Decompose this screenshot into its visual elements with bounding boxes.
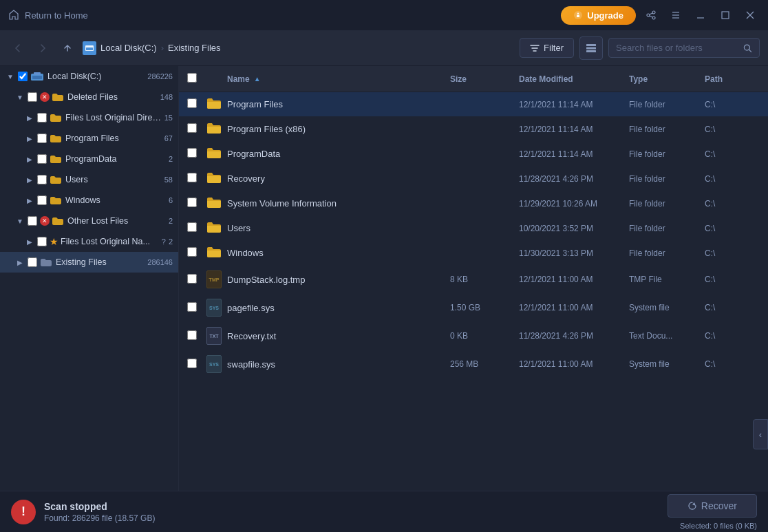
sidebar-item-users[interactable]: ▶ Users 58 (0, 169, 178, 190)
share-button[interactable] (641, 6, 661, 25)
table-row[interactable]: TMP DumpStack.log.tmp 8 KB 12/1/2021 11:… (179, 266, 768, 294)
folder-icon (206, 97, 222, 109)
sidebar-item-program-files[interactable]: ▶ Program Files 67 (0, 128, 178, 149)
sidebar-label-existing-files: Existing Files (56, 257, 145, 267)
sidebar-label-files-lost-name: Files Lost Original Na... (61, 237, 160, 246)
title-bar-right: Upgrade (561, 6, 760, 25)
cell-type: File folder (629, 174, 705, 184)
collapse-panel-button[interactable]: ‹ (753, 419, 768, 449)
cell-path: C:\ (705, 199, 760, 209)
svg-rect-11 (722, 12, 729, 19)
table-row[interactable]: Recovery 11/28/2021 4:26 PM File folder … (179, 167, 768, 191)
row-checkbox[interactable] (187, 274, 197, 284)
sidebar-checkbox-windows[interactable] (37, 195, 47, 205)
svg-rect-23 (34, 72, 41, 75)
table-row[interactable]: SYS swapfile.sys 256 MB 12/1/2021 11:00 … (179, 350, 768, 379)
table-row[interactable]: Windows 11/30/2021 3:13 PM File folder C… (179, 241, 768, 266)
sidebar-item-existing-files[interactable]: ▶ Existing Files 286146 (0, 252, 178, 273)
sidebar-item-local-disk[interactable]: ▼ Local Disk(C:) 286226 (0, 66, 178, 87)
sys-file-icon: SYS (206, 355, 222, 373)
sidebar-checkbox-deleted-files[interactable] (28, 92, 37, 102)
upgrade-button[interactable]: Upgrade (561, 6, 636, 25)
sidebar-checkbox-existing-files[interactable] (28, 257, 37, 267)
forward-button[interactable] (33, 39, 52, 58)
filter-button[interactable]: Filter (520, 38, 574, 58)
cell-name: System Volume Information (227, 198, 450, 209)
expand-icon[interactable]: ▼ (15, 216, 25, 226)
back-button[interactable] (8, 39, 28, 58)
view-toggle-button[interactable] (579, 36, 603, 60)
breadcrumb-drive[interactable]: Local Disk(C:) (100, 43, 157, 53)
sidebar-count-local-disk: 286226 (147, 72, 173, 81)
col-header-name[interactable]: Name ▲ (227, 74, 450, 84)
expand-icon[interactable]: ▼ (6, 72, 15, 81)
expand-icon[interactable]: ▶ (25, 113, 34, 123)
cell-path: C:\ (705, 224, 760, 233)
up-button[interactable] (58, 39, 77, 58)
sidebar-checkbox-programdata[interactable] (37, 154, 47, 164)
search-input[interactable] (616, 43, 738, 53)
close-button[interactable] (740, 6, 760, 25)
search-box[interactable] (608, 38, 760, 58)
col-header-size[interactable]: Size (450, 74, 519, 84)
expand-icon[interactable]: ▶ (25, 237, 34, 246)
sidebar-item-files-lost-name[interactable]: ▶ ★ Files Lost Original Na... ? 2 (0, 231, 178, 252)
row-checkbox[interactable] (187, 173, 197, 182)
maximize-button[interactable] (716, 6, 735, 25)
help-icon: ? (162, 237, 166, 246)
sidebar-item-programdata[interactable]: ▶ ProgramData 2 (0, 149, 178, 169)
home-button[interactable]: Return to Home (8, 10, 88, 21)
table-row[interactable]: TXT Recovery.txt 0 KB 11/28/2021 4:26 PM… (179, 322, 768, 350)
minimize-button[interactable] (691, 6, 710, 25)
svg-line-5 (650, 13, 652, 14)
window-settings-button[interactable] (666, 6, 685, 25)
sidebar-checkbox-program-files[interactable] (37, 134, 47, 143)
sidebar-item-other-lost[interactable]: ▼ ✕ Other Lost Files 2 (0, 211, 178, 231)
sidebar-count-users: 58 (164, 175, 173, 184)
sidebar-checkbox-files-lost-name[interactable] (37, 237, 47, 246)
cell-path: C:\ (705, 331, 760, 341)
recover-button[interactable]: Recover (668, 494, 757, 518)
svg-point-4 (652, 17, 655, 19)
expand-icon[interactable]: ▶ (25, 175, 34, 184)
table-row[interactable]: Users 10/20/2021 3:52 PM File folder C:\ (179, 216, 768, 241)
row-checkbox[interactable] (187, 247, 197, 257)
title-bar: Return to Home Upgrade (0, 0, 768, 30)
cell-type: File folder (629, 248, 705, 258)
table-row[interactable]: System Volume Information 11/29/2021 10:… (179, 191, 768, 216)
cell-name: ProgramData (227, 149, 450, 159)
col-header-path[interactable]: Path (705, 74, 760, 84)
header-check[interactable] (187, 73, 206, 85)
row-checkbox[interactable] (187, 123, 197, 133)
row-checkbox[interactable] (187, 222, 197, 232)
table-row[interactable]: SYS pagefile.sys 1.50 GB 12/1/2021 11:00… (179, 294, 768, 322)
row-checkbox[interactable] (187, 302, 197, 312)
table-row[interactable]: ProgramData 12/1/2021 11:14 AM File fold… (179, 142, 768, 167)
content-area: Name ▲ Size Date Modified Type Path Prog… (179, 66, 768, 491)
sidebar-item-files-lost-dir[interactable]: ▶ Files Lost Original Direct... 15 (0, 107, 178, 128)
expand-icon[interactable]: ▶ (25, 154, 34, 164)
expand-icon[interactable]: ▶ (15, 257, 25, 267)
sidebar-checkbox-users[interactable] (37, 175, 47, 184)
table-row[interactable]: Program Files (x86) 12/1/2021 11:14 AM F… (179, 117, 768, 142)
row-checkbox[interactable] (187, 148, 197, 158)
sidebar-checkbox-other-lost[interactable] (28, 216, 37, 226)
cell-type: System file (629, 303, 705, 312)
sidebar-item-deleted-files[interactable]: ▼ ✕ Deleted Files 148 (0, 87, 178, 107)
table-row[interactable]: Program Files 12/1/2021 11:14 AM File fo… (179, 92, 768, 117)
expand-icon[interactable]: ▶ (25, 134, 34, 143)
cell-name: Windows (227, 248, 450, 258)
expand-icon[interactable]: ▼ (15, 92, 25, 102)
cell-date: 12/1/2021 11:00 AM (519, 359, 629, 369)
row-checkbox[interactable] (187, 98, 197, 108)
row-checkbox[interactable] (187, 330, 197, 340)
col-header-date[interactable]: Date Modified (519, 74, 629, 84)
row-checkbox[interactable] (187, 359, 197, 368)
sidebar-checkbox-files-lost-dir[interactable] (37, 113, 47, 123)
expand-icon[interactable]: ▶ (25, 195, 34, 205)
sidebar-item-windows[interactable]: ▶ Windows 6 (0, 190, 178, 211)
select-all-checkbox[interactable] (187, 73, 197, 83)
row-checkbox[interactable] (187, 198, 197, 207)
col-header-type[interactable]: Type (629, 74, 705, 84)
sidebar-checkbox-local-disk[interactable] (18, 72, 28, 81)
